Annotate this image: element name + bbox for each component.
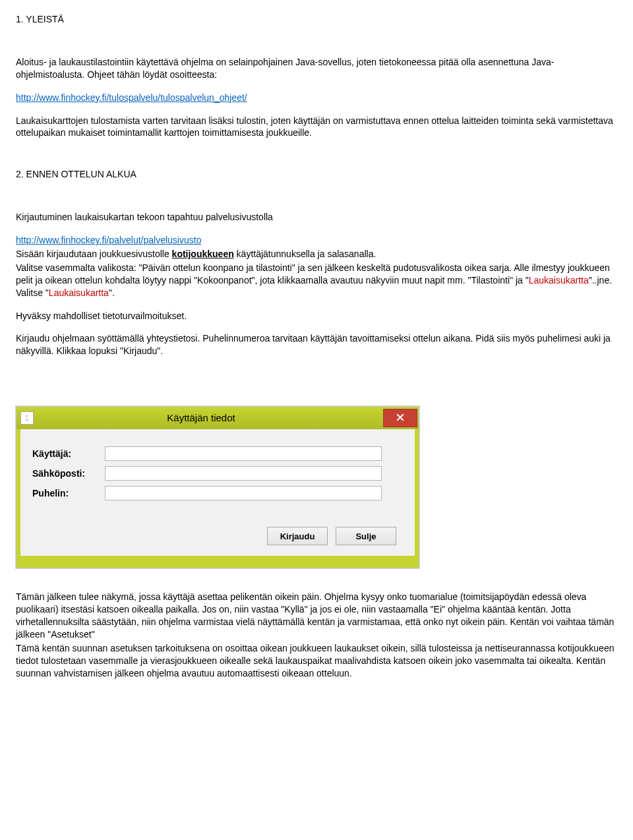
label-phone: Puhelin: — [32, 487, 105, 500]
user-field[interactable] — [105, 446, 382, 461]
label-email: Sähköposti: — [32, 467, 105, 480]
paragraph-login-intro: Kirjautuminen laukaisukartan tekoon tapa… — [16, 211, 620, 224]
keyword-kotijoukkueen: kotijoukkueen — [172, 249, 234, 259]
email-field[interactable] — [105, 466, 382, 481]
close-icon — [396, 412, 404, 425]
login-button[interactable]: Kirjaudu — [267, 527, 328, 545]
dialog-body: Käyttäjä: Sähköposti: Puhelin: Kirjaudu … — [16, 429, 419, 568]
section-2-title: 2. ENNEN OTTELUN ALKUA — [16, 168, 620, 181]
label-user: Käyttäjä: — [32, 448, 105, 460]
paragraph-navigation: Valitse vasemmalta valikosta: "Päivän ot… — [16, 262, 620, 299]
keyword-laukaisukartta-2: Laukaisukartta — [49, 287, 109, 298]
text-fragment: ". — [109, 287, 115, 298]
phone-field[interactable] — [105, 486, 382, 500]
paragraph-intro: Aloitus- ja laukaustilastointiin käytett… — [16, 56, 620, 81]
dialog-titlebar: Käyttäjän tiedot — [16, 407, 419, 429]
dialog-title: Käyttäjän tiedot — [167, 411, 235, 425]
close-button[interactable] — [383, 409, 417, 427]
link-ohjeet[interactable]: http://www.finhockey.fi/tulospalvelu/tul… — [16, 92, 247, 103]
user-info-dialog: Käyttäjän tiedot Käyttäjä: Sähköposti: P… — [16, 406, 419, 568]
link-palvelusivusto[interactable]: http://www.finhockey.fi/palvelut/palvelu… — [16, 235, 201, 245]
text-fragment: Sisään kirjaudutaan joukkuesivustolle — [16, 249, 172, 259]
close-dialog-button[interactable]: Sulje — [336, 527, 396, 545]
paragraph-field-purpose: Tämä kentän suunnan asetuksen tarkoituks… — [16, 642, 620, 680]
text-fragment: Valitse vasemmalta valikosta: "Päivän ot… — [16, 262, 610, 285]
paragraph-login-creds: Sisään kirjaudutaan joukkuesivustolle ko… — [16, 248, 620, 260]
java-icon — [20, 411, 34, 425]
section-1-title: 1. YLEISTÄ — [16, 13, 620, 26]
paragraph-contact: Kirjaudu ohjelmaan syöttämällä yhteystie… — [16, 332, 620, 357]
paragraph-field-orientation: Tämän jälkeen tulee näkymä, jossa käyttä… — [16, 591, 620, 641]
paragraph-printer: Laukaisukarttojen tulostamista varten ta… — [16, 115, 620, 140]
paragraph-security: Hyväksy mahdolliset tietoturvailmoitukse… — [16, 310, 620, 322]
keyword-laukaisukartta-1: Laukaisukartta — [529, 275, 589, 285]
text-fragment: käyttäjätunnuksella ja salasanalla. — [234, 249, 377, 259]
